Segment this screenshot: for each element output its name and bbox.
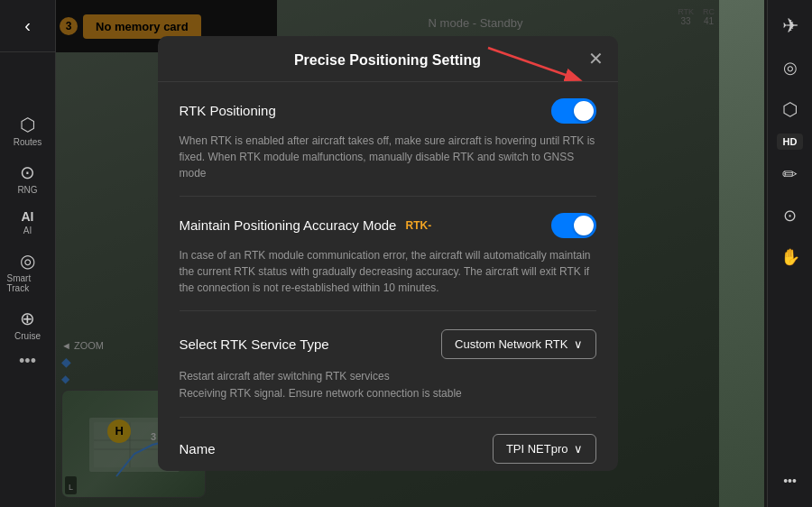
back-icon: ‹	[24, 15, 31, 36]
modal-header: Precise Positioning Setting ✕	[158, 36, 618, 82]
sidebar-item-cruise[interactable]: ⊕ Cruise	[4, 300, 52, 345]
cruise-label: Cruise	[14, 331, 41, 341]
drone-icon[interactable]: ✈	[773, 9, 807, 43]
name-select-button[interactable]: TPI NETpro ∨	[493, 434, 596, 464]
maintain-positioning-toggle[interactable]	[551, 213, 596, 238]
hand-icon[interactable]: ✋	[773, 240, 807, 274]
rtk-positioning-desc: When RTK is enabled after aircraft takes…	[180, 133, 596, 197]
select-service-label: Select RTK Service Type	[180, 336, 329, 352]
sidebar-more-button[interactable]: •••	[19, 352, 36, 371]
toggle-thumb	[574, 101, 594, 121]
maintain-rtk-badge: RTK-	[405, 219, 431, 232]
right-panel: ✈ ◎ ⬡ HD ✏ ⊙ ✋ •••	[767, 0, 812, 507]
restart-line1: Restart aircraft after switching RTK ser…	[180, 370, 390, 383]
restart-line2: Receiving RTK signal. Ensure network con…	[180, 387, 462, 400]
camera-icon[interactable]: ⊙	[773, 198, 807, 233]
modal-overlay: Precise Positioning Setting ✕ RTK Positi…	[56, 0, 719, 507]
cruise-icon: ⊕	[20, 308, 35, 329]
rtk-positioning-toggle[interactable]	[551, 98, 596, 124]
maintain-positioning-label: Maintain Positioning Accuracy Mode	[180, 217, 397, 233]
name-value: TPI NETpro	[506, 442, 568, 456]
hd-button[interactable]: HD	[777, 134, 804, 150]
sidebar-item-ai[interactable]: AI AI	[4, 202, 52, 239]
precise-positioning-modal: Precise Positioning Setting ✕ RTK Positi…	[158, 36, 618, 471]
maintain-toggle-thumb	[574, 216, 594, 235]
smart-track-label: Smart Track	[7, 273, 49, 293]
left-sidebar: ‹ ⬡ Routes ⊙ RNG AI AI ◎ Smart Track ⊕ C…	[0, 0, 56, 507]
name-label: Name	[180, 441, 216, 456]
select-service-value: Custom Network RTK	[455, 337, 567, 351]
rng-label: RNG	[17, 185, 37, 195]
sidebar-item-smart-track[interactable]: ◎ Smart Track	[4, 243, 52, 297]
name-chevron-icon: ∨	[574, 442, 583, 456]
routes-label: Routes	[14, 137, 42, 147]
modal-body: RTK Positioning When RTK is enabled afte…	[158, 82, 618, 471]
routes-icon: ⬡	[20, 114, 35, 135]
rtk-positioning-row: RTK Positioning	[180, 82, 596, 133]
rtk-positioning-label: RTK Positioning	[180, 103, 276, 118]
ai-icon: AI	[22, 209, 34, 224]
sidebar-item-routes[interactable]: ⬡ Routes	[4, 106, 52, 151]
robot-icon[interactable]: ⬡	[773, 92, 807, 126]
back-button[interactable]: ‹	[12, 10, 44, 42]
edit-icon[interactable]: ✏	[773, 157, 807, 191]
maintain-positioning-row: Maintain Positioning Accuracy Mode RTK-	[180, 197, 596, 247]
signal-icon[interactable]: ◎	[773, 51, 807, 85]
maintain-positioning-desc: In case of an RTK module communication e…	[180, 247, 596, 311]
select-rtk-service-row: Select RTK Service Type Custom Network R…	[180, 311, 596, 368]
ai-label: AI	[23, 226, 32, 235]
toggle-track	[551, 98, 596, 124]
smart-track-icon: ◎	[20, 250, 35, 272]
select-service-button[interactable]: Custom Network RTK ∨	[441, 329, 595, 359]
maintain-toggle-track	[551, 213, 596, 238]
rng-icon: ⊙	[20, 161, 35, 183]
name-row: Name TPI NETpro ∨	[180, 418, 596, 471]
chevron-down-icon: ∨	[574, 337, 583, 351]
sidebar-nav: ⬡ Routes ⊙ RNG AI AI ◎ Smart Track ⊕ Cru…	[4, 52, 52, 507]
modal-close-button[interactable]: ✕	[588, 50, 604, 68]
more-right-icon[interactable]: •••	[773, 464, 807, 498]
sidebar-item-rng[interactable]: ⊙ RNG	[4, 154, 52, 198]
restart-text: Restart aircraft after switching RTK ser…	[180, 368, 596, 418]
modal-title: Precise Positioning Setting	[294, 52, 481, 69]
